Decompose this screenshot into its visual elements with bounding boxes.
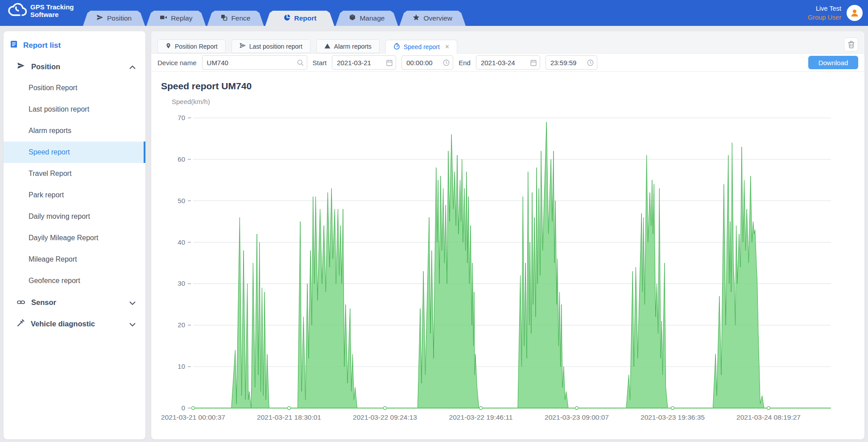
start-label: Start: [313, 59, 327, 67]
send-icon: [17, 62, 25, 71]
close-icon[interactable]: ×: [445, 43, 449, 51]
nav-tab-replay[interactable]: Replay: [146, 11, 206, 26]
sidebar-item-mileage-report[interactable]: Mileage Report: [4, 249, 145, 270]
warning-triangle-icon: [324, 43, 331, 50]
tab-position-report[interactable]: Position Report: [157, 39, 226, 53]
sidebar-item-geofence-report[interactable]: Geofence report: [4, 270, 145, 292]
star-icon: [413, 14, 420, 23]
nav-tab-manage[interactable]: Manage: [335, 11, 398, 26]
sidebar-item-dayily-mileage-report[interactable]: Dayily Mileage Report: [4, 227, 145, 249]
sidebar-section-sensor[interactable]: Sensor: [4, 292, 145, 313]
y-axis-label: Speed(km/h): [151, 93, 864, 106]
download-button[interactable]: Download: [808, 56, 858, 69]
svg-text:40: 40: [178, 238, 185, 246]
link-icon: [17, 298, 25, 307]
wrench-icon: [17, 319, 25, 329]
svg-text:2021-03-23 09:00:07: 2021-03-23 09:00:07: [545, 413, 609, 421]
end-time-field: [546, 55, 597, 70]
start-date-field: [332, 55, 396, 70]
svg-text:2021-03-22 19:46:11: 2021-03-22 19:46:11: [449, 413, 513, 421]
sidebar-item-travel-report[interactable]: Travel Report: [4, 163, 145, 184]
start-date-input[interactable]: [332, 55, 396, 70]
end-time-input[interactable]: [546, 55, 597, 70]
tab-last-position-report[interactable]: Last position report: [231, 39, 310, 53]
sidebar-section-vehicle-diagnostic[interactable]: Vehicle diagnostic: [4, 313, 145, 334]
top-nav: GPS Tracking Software Position Replay Fe…: [0, 0, 868, 26]
speed-chart: 0102030405060702021-03-21 00:00:372021-0…: [151, 106, 864, 439]
chevron-up-icon: [129, 63, 136, 71]
end-date-field: [476, 55, 540, 70]
sidebar-item-alarm-reports[interactable]: Alarm reports: [4, 120, 145, 142]
nav-tab-position[interactable]: Position: [83, 11, 145, 26]
video-camera-icon: [160, 14, 167, 22]
report-toolbar: Device name Start End: [151, 54, 864, 72]
svg-text:2021-03-23 19:36:35: 2021-03-23 19:36:35: [641, 413, 705, 421]
cloud-logo-icon: [6, 2, 27, 20]
app-title: GPS Tracking Software: [30, 3, 74, 18]
main-nav-tabs: Position Replay Fence Report Manage Over…: [83, 11, 467, 26]
svg-text:30: 30: [178, 279, 185, 287]
report-list-header: Report list: [4, 34, 145, 56]
trash-icon: [848, 41, 855, 48]
sidebar-item-daily-moving-report[interactable]: Daily moving report: [4, 206, 145, 227]
delete-tabs-button[interactable]: [844, 38, 858, 51]
start-time-input[interactable]: [401, 55, 453, 70]
tab-alarm-reports[interactable]: Alarm reports: [316, 39, 380, 53]
svg-text:2021-03-21 00:00:37: 2021-03-21 00:00:37: [161, 413, 225, 421]
device-name-input[interactable]: [202, 55, 307, 70]
report-main-panel: Position Report Last position report Ala…: [151, 31, 864, 439]
speed-area-chart: 0102030405060702021-03-21 00:00:372021-0…: [153, 106, 862, 438]
user-name: Live Test: [808, 4, 841, 13]
tab-speed-report[interactable]: Speed report ×: [385, 40, 457, 54]
chart-title: Speed report UM740: [151, 72, 864, 93]
sidebar-item-position-report[interactable]: Position Report: [4, 77, 145, 99]
person-icon: [850, 8, 860, 18]
device-name-label: Device name: [157, 59, 197, 67]
device-name-field: [202, 55, 307, 70]
fence-icon: [220, 14, 227, 23]
avatar[interactable]: [847, 5, 863, 21]
svg-text:2021-03-21 18:30:01: 2021-03-21 18:30:01: [257, 413, 321, 421]
svg-text:2021-03-24 08:19:27: 2021-03-24 08:19:27: [736, 413, 801, 421]
svg-text:0: 0: [182, 404, 185, 412]
map-pin-icon: [165, 42, 171, 50]
svg-text:20: 20: [178, 321, 185, 329]
svg-text:2021-03-22 09:24:13: 2021-03-22 09:24:13: [353, 413, 417, 421]
start-time-field: [401, 55, 453, 70]
svg-text:10: 10: [178, 363, 185, 370]
user-area: Live Test Group User: [808, 0, 863, 26]
sidebar-section-position[interactable]: Position: [4, 56, 145, 77]
user-info: Live Test Group User: [808, 4, 841, 22]
report-tab-bar: Position Report Last position report Ala…: [151, 31, 864, 54]
svg-text:50: 50: [178, 197, 185, 204]
user-role: Group User: [808, 13, 841, 22]
end-label: End: [459, 59, 471, 67]
chevron-down-icon: [129, 320, 136, 328]
send-outline-icon: [240, 42, 246, 50]
end-date-input[interactable]: [476, 55, 540, 70]
nav-tab-report[interactable]: Report: [265, 11, 335, 26]
sidebar-item-park-report[interactable]: Park report: [4, 184, 145, 206]
app-logo: GPS Tracking Software: [0, 2, 83, 24]
chevron-down-icon: [129, 298, 136, 307]
report-sidebar: Report list Position Position Report Las…: [4, 31, 145, 439]
document-icon: [10, 40, 18, 50]
nav-tab-overview[interactable]: Overview: [399, 11, 466, 26]
cube-icon: [349, 14, 356, 23]
nav-tab-fence[interactable]: Fence: [207, 11, 264, 26]
speedometer-icon: [393, 43, 400, 51]
svg-text:70: 70: [178, 114, 185, 121]
pie-chart-icon: [283, 14, 291, 23]
send-icon: [96, 14, 103, 23]
svg-text:60: 60: [178, 155, 185, 163]
sidebar-item-speed-report[interactable]: Speed report: [4, 142, 145, 163]
sidebar-item-last-position-report[interactable]: Last position report: [4, 99, 145, 120]
